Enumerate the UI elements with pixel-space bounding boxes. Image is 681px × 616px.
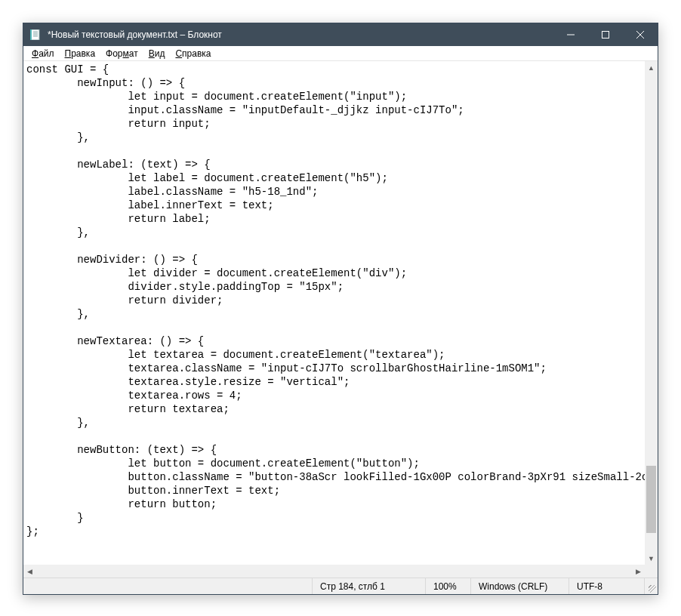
- notepad-window: *Новый текстовый документ.txt – Блокнот …: [23, 23, 658, 595]
- app-icon: [29, 29, 42, 41]
- editor-area: const GUI = { newInput: () => { let inpu…: [23, 61, 658, 578]
- menubar: Файл Правка Формат Вид Справка: [23, 46, 658, 61]
- resize-grip[interactable]: [644, 578, 658, 594]
- menu-edit[interactable]: Правка: [60, 48, 101, 60]
- menu-help[interactable]: Справка: [170, 48, 216, 60]
- window-buttons: [553, 23, 658, 46]
- status-encoding: UTF-8: [569, 578, 644, 594]
- scroll-down-arrow-icon[interactable]: ▼: [645, 552, 658, 565]
- menu-view[interactable]: Вид: [143, 48, 171, 60]
- vscroll-track[interactable]: [645, 74, 658, 552]
- vscroll-thumb[interactable]: [646, 466, 656, 533]
- scroll-left-arrow-icon[interactable]: ◀: [23, 565, 36, 578]
- menu-format[interactable]: Формат: [100, 48, 143, 60]
- svg-rect-1: [30, 29, 32, 40]
- text-editor[interactable]: const GUI = { newInput: () => { let inpu…: [23, 61, 645, 565]
- menu-file[interactable]: Файл: [26, 48, 60, 60]
- scroll-right-arrow-icon[interactable]: ▶: [632, 565, 645, 578]
- status-cursor-position: Стр 184, стлб 1: [312, 578, 425, 594]
- status-zoom: 100%: [425, 578, 470, 594]
- maximize-button[interactable]: [588, 23, 623, 46]
- window-title: *Новый текстовый документ.txt – Блокнот: [46, 29, 553, 40]
- svg-rect-7: [602, 32, 609, 38]
- vertical-scrollbar[interactable]: ▲ ▼: [645, 61, 658, 565]
- titlebar[interactable]: *Новый текстовый документ.txt – Блокнот: [23, 23, 658, 46]
- horizontal-scrollbar[interactable]: ◀ ▶: [23, 565, 645, 578]
- scroll-up-arrow-icon[interactable]: ▲: [645, 61, 658, 74]
- status-line-ending: Windows (CRLF): [470, 578, 569, 594]
- minimize-button[interactable]: [553, 23, 588, 46]
- status-spacer: [23, 578, 312, 594]
- statusbar: Стр 184, стлб 1 100% Windows (CRLF) UTF-…: [23, 578, 658, 594]
- scrollbar-corner: [645, 565, 658, 578]
- close-button[interactable]: [623, 23, 658, 46]
